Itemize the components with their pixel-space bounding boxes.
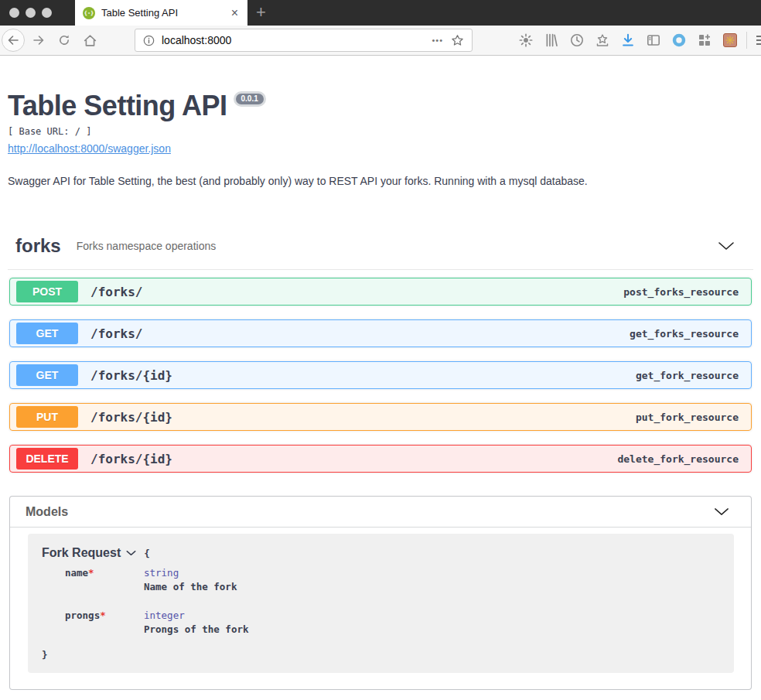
- models-section: Models Fork Request { name* string Name …: [9, 496, 752, 690]
- property-name: prongs*: [65, 610, 144, 635]
- minimize-window-button[interactable]: [26, 8, 36, 18]
- chevron-down-icon[interactable]: [714, 507, 729, 516]
- property-type: integer: [144, 610, 248, 621]
- back-arrow-icon: [7, 34, 19, 46]
- window-controls[interactable]: [9, 8, 52, 18]
- bookmarks-star-tray-icon[interactable]: [595, 33, 609, 47]
- operation-delete-fork-id[interactable]: DELETE /forks/{id} delete_fork_resource: [9, 445, 752, 473]
- donut-extension-icon[interactable]: [672, 33, 686, 47]
- reload-icon: [58, 34, 70, 46]
- operation-get-fork-id[interactable]: GET /forks/{id} get_fork_resource: [9, 361, 752, 389]
- operation-post-forks[interactable]: POST /forks/ post_forks_resource: [9, 278, 752, 306]
- method-badge: GET: [16, 364, 78, 386]
- models-header[interactable]: Models: [10, 497, 751, 528]
- swagger-page: Table Setting API0.0.1 [ Base URL: / ] h…: [0, 90, 761, 690]
- operation-id: get_forks_resource: [630, 328, 739, 340]
- operation-path: /forks/{id}: [90, 452, 172, 466]
- property-type: string: [144, 567, 237, 579]
- menu-icon[interactable]: [756, 36, 761, 45]
- swagger-json-link[interactable]: http://localhost:8000/swagger.json: [8, 142, 171, 155]
- method-badge: POST: [16, 281, 78, 302]
- tag-description: Forks namespace operations: [77, 240, 217, 252]
- history-clock-icon[interactable]: [570, 33, 584, 47]
- tab-bar: {-} Table Setting API × +: [0, 0, 761, 26]
- back-button[interactable]: [2, 29, 25, 52]
- fork-request-model: Fork Request { name* string Name of the …: [28, 534, 734, 673]
- page-title: Table Setting API: [8, 90, 227, 121]
- operation-path: /forks/: [90, 285, 142, 299]
- home-icon: [84, 34, 97, 47]
- method-badge: DELETE: [16, 448, 78, 470]
- chevron-down-icon[interactable]: [126, 550, 136, 556]
- required-asterisk: *: [100, 610, 106, 621]
- toolbar-extensions: [519, 33, 737, 47]
- page-actions-icon[interactable]: •••: [432, 36, 443, 45]
- close-tab-icon[interactable]: ×: [230, 7, 240, 19]
- url-bar[interactable]: localhost:8000 •••: [135, 29, 473, 52]
- method-badge: PUT: [16, 406, 78, 428]
- models-title[interactable]: Models: [26, 505, 68, 519]
- api-info: Table Setting API0.0.1 [ Base URL: / ] h…: [8, 90, 753, 155]
- property-name: name*: [65, 567, 144, 592]
- operation-path: /forks/{id}: [90, 410, 172, 425]
- operation-put-fork-id[interactable]: PUT /forks/{id} put_fork_resource: [9, 403, 752, 431]
- model-properties: name* string Name of the fork prongs* in…: [65, 567, 722, 635]
- forward-arrow-icon: [32, 34, 45, 46]
- operation-id: put_fork_resource: [636, 411, 739, 423]
- version-badge: 0.0.1: [234, 91, 266, 107]
- property-description: Prongs of the fork: [144, 623, 248, 635]
- gear-extension-icon[interactable]: [723, 33, 737, 47]
- bookmark-star-icon[interactable]: [451, 34, 464, 47]
- navigation-toolbar: localhost:8000 •••: [0, 26, 761, 56]
- operation-id: delete_fork_resource: [617, 453, 739, 465]
- chevron-down-icon[interactable]: [718, 241, 735, 251]
- sidebar-icon[interactable]: [647, 33, 660, 47]
- sun-extension-icon[interactable]: [519, 33, 533, 47]
- operation-id: post_forks_resource: [623, 286, 739, 298]
- operation-id: get_fork_resource: [636, 370, 739, 381]
- operation-get-forks[interactable]: GET /forks/ get_forks_resource: [9, 319, 752, 347]
- operation-path: /forks/: [90, 326, 142, 341]
- toolbar-separator: [746, 32, 747, 49]
- model-title-row[interactable]: Fork Request {: [42, 546, 722, 560]
- url-text[interactable]: localhost:8000: [162, 34, 432, 46]
- forks-section-header[interactable]: forks Forks namespace operations: [8, 235, 753, 270]
- operations-list: POST /forks/ post_forks_resource GET /fo…: [8, 278, 753, 473]
- reload-button[interactable]: [53, 29, 76, 52]
- api-description: Swagger API for Table Setting, the best …: [8, 175, 753, 187]
- browser-tab[interactable]: {-} Table Setting API ×: [75, 0, 247, 26]
- property-info: string Name of the fork: [144, 567, 237, 592]
- close-brace: }: [42, 649, 722, 661]
- property-row: prongs* integer Prongs of the fork: [65, 610, 722, 635]
- site-info-icon[interactable]: [143, 35, 155, 46]
- maximize-window-button[interactable]: [42, 8, 52, 18]
- required-asterisk: *: [88, 567, 94, 579]
- library-icon[interactable]: [544, 33, 558, 47]
- open-brace: {: [144, 548, 150, 559]
- property-row: name* string Name of the fork: [65, 567, 722, 592]
- swagger-favicon-icon: {-}: [83, 7, 95, 19]
- forward-button[interactable]: [27, 29, 50, 52]
- property-description: Name of the fork: [144, 581, 237, 592]
- close-window-button[interactable]: [9, 8, 19, 18]
- tab-title: Table Setting API: [101, 7, 230, 19]
- method-badge: GET: [16, 323, 78, 344]
- operation-path: /forks/{id}: [90, 368, 172, 383]
- tag-name[interactable]: forks: [15, 235, 61, 257]
- download-icon[interactable]: [621, 33, 635, 47]
- base-url-label: [ Base URL: / ]: [8, 126, 753, 137]
- home-button[interactable]: [78, 29, 101, 52]
- grid-plus-extension-icon[interactable]: [698, 33, 712, 47]
- property-info: integer Prongs of the fork: [144, 610, 248, 635]
- new-tab-button[interactable]: +: [256, 1, 266, 24]
- model-name[interactable]: Fork Request: [42, 546, 121, 560]
